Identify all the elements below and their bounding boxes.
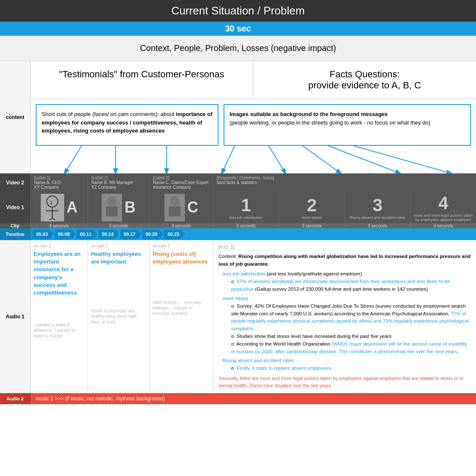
main-container: Current Situation / Problem 30 sec Conte…	[0, 0, 476, 404]
v1-num-1: 1 less job satisfaction	[213, 192, 279, 223]
svg-line-5	[303, 146, 341, 173]
audio2-label: Audio 2	[0, 393, 31, 404]
video2-row: Video 2 [Label 1] Name A, CEO XY Company…	[0, 173, 476, 192]
clip-label: Clip	[0, 223, 31, 228]
person-c-avatar	[164, 194, 185, 221]
timeline-row: Timeline 00.03 00.08 00.11 00.14 00.17 0…	[0, 228, 476, 240]
v1-person-b: B	[88, 192, 150, 223]
audio2-text: music 1 >>> (if music, not melodic, rhyt…	[31, 393, 476, 404]
title-bar: Current Situation / Problem	[0, 0, 476, 22]
subtitle-bar: Context, People, Problem, Losses (negati…	[0, 36, 476, 61]
box-testimonial: Short cuts of people (faces/ on cam comm…	[36, 104, 218, 146]
duration-text: 30 sec	[225, 24, 251, 33]
person-a-avatar: :)	[41, 194, 64, 221]
timeline-arrow-7: 00.23	[164, 230, 185, 239]
v1-label-c: C	[187, 198, 198, 216]
clip-segments: 5 seconds 3 seconds 3 seconds 3 seconds …	[31, 223, 476, 228]
audio2-row: Audio 2 music 1 >>> (if music, not melod…	[0, 393, 476, 404]
timeline-label: Timeline	[0, 228, 31, 240]
box-facts: Images suitable as background to the for…	[224, 104, 471, 146]
arrows-area	[31, 146, 476, 173]
svg-rect-18	[169, 206, 181, 216]
duration-bar: 30 sec	[0, 22, 476, 36]
video2-label: Video 2	[0, 173, 31, 192]
content-sidebar-label: content	[0, 61, 31, 173]
arrows-svg	[31, 146, 476, 173]
svg-line-0	[65, 146, 82, 173]
timeline-arrow-4: 00.14	[99, 230, 120, 239]
content-section: content "Testimonials" from Customer-Per…	[0, 61, 476, 173]
svg-line-12	[47, 218, 52, 220]
timeline-arrow-6: 00.20	[142, 230, 164, 239]
svg-point-17	[170, 196, 179, 206]
clip-row: Clip 5 seconds 3 seconds 3 seconds 3 sec…	[0, 223, 476, 228]
vo-footer: Secondly, there are more and more legal …	[218, 375, 471, 389]
audio1-label: Audio 1	[0, 240, 31, 393]
svg-line-3	[222, 146, 235, 173]
oncam-2: on cam 2 Healthy employees are important…	[88, 240, 150, 393]
subtitle-text: Context, People, Problem, Losses (negati…	[140, 43, 336, 53]
v2-seg-2: [Label 2] Name B, HR Manager YZ Company	[88, 173, 150, 192]
video1-label: Video 1	[0, 192, 31, 223]
svg-point-15	[107, 196, 116, 206]
testimonials-header: "Testimonials" from Customer-Personas	[31, 61, 253, 99]
v2-seg-4: [Keywords, Statements, Icons] hard facts…	[213, 173, 476, 192]
v1-num-4: 4 more and more legal actions taken by e…	[411, 192, 476, 223]
timeline-arrow-5: 00.17	[120, 230, 142, 239]
video1-segments: :) A B	[31, 192, 476, 223]
v1-numbers: 1 less job satisfaction 2 more stress 3 …	[213, 192, 476, 223]
audio1-content: on cam 1 Employees are an important ress…	[31, 240, 476, 393]
v2-seg-1: [Label 1] Name A, CEO XY Company	[31, 173, 88, 192]
person-b-avatar	[102, 194, 122, 221]
v1-person-c: C	[150, 192, 213, 223]
svg-line-13	[52, 218, 58, 220]
v1-num-3: 3 Rising absent and accident rates	[345, 192, 411, 223]
oncam-3: on cam 3 Rising (costs of) employees abs…	[150, 240, 213, 393]
v1-num-2: 2 more stress	[279, 192, 345, 223]
timeline-arrow-1: 00.03	[33, 230, 54, 239]
v2-seg-3: [Label 3] Name C, Claims/Case Expert Ins…	[150, 173, 213, 192]
video1-row: Video 1 :)	[0, 192, 476, 223]
timeline-arrows: 00.03 00.08 00.11 00.14 00.17 00.20 00.2…	[31, 228, 476, 240]
svg-line-7	[354, 146, 451, 173]
svg-point-9	[47, 196, 58, 207]
svg-line-4	[269, 146, 286, 173]
content-boxes: Short cuts of people (faces/ on cam comm…	[31, 99, 476, 146]
oncam-1: on cam 1 Employees are an important ress…	[31, 240, 88, 393]
video2-segments: [Label 1] Name A, CEO XY Company [Label …	[31, 173, 476, 192]
v1-label-a: A	[67, 198, 78, 216]
audio1-section: Audio 1 on cam 1 Employees are an import…	[0, 240, 476, 393]
vo-content: [V.O. 1] Content: Rising competition alo…	[213, 240, 476, 393]
page-title: Current Situation / Problem	[171, 4, 305, 17]
svg-line-6	[328, 146, 400, 173]
v1-label-b: B	[125, 198, 136, 216]
facts-header: Facts Questions: provide evidence to A, …	[253, 61, 476, 99]
svg-text::): :)	[49, 200, 52, 205]
v1-person-a: :) A	[31, 192, 88, 223]
timeline-arrow-3: 00.11	[76, 230, 98, 239]
timeline-arrow-2: 00.08	[55, 230, 76, 239]
svg-rect-16	[106, 206, 118, 216]
vo-list: less job satisfaction (and less loyalty/…	[218, 270, 471, 372]
